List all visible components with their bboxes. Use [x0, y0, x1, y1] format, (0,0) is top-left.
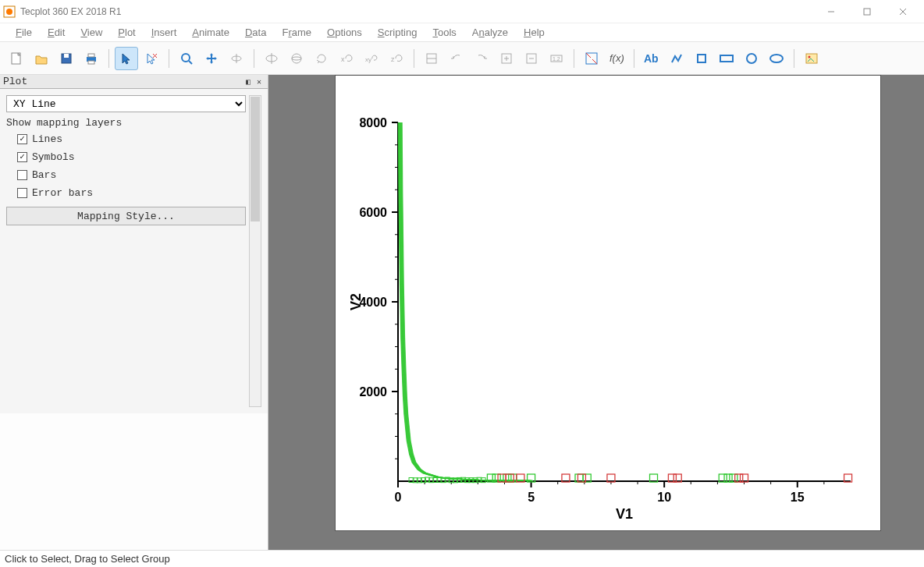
menu-animate[interactable]: Animate — [184, 24, 237, 41]
lines-checkbox[interactable]: Lines — [6, 130, 246, 148]
menu-help[interactable]: Help — [516, 24, 553, 41]
square-tool[interactable] — [690, 47, 713, 70]
new-button[interactable] — [5, 47, 28, 70]
circle-tool[interactable] — [740, 47, 763, 70]
back-view[interactable] — [445, 47, 468, 70]
svg-rect-10 — [88, 54, 94, 57]
svg-point-21 — [292, 57, 301, 60]
zaxis-tool[interactable]: z — [385, 47, 408, 70]
svg-text:10: 10 — [657, 491, 671, 504]
rect-tool[interactable] — [715, 47, 738, 70]
menu-insert[interactable]: Insert — [144, 24, 185, 41]
pan-tool[interactable] — [200, 47, 223, 70]
ellipse-tool[interactable] — [765, 47, 788, 70]
roll-tool[interactable] — [310, 47, 333, 70]
svg-text:0: 0 — [395, 491, 402, 504]
toolbar: x xy z 1.2 f(x) Ab — [0, 42, 924, 75]
svg-text:6000: 6000 — [359, 206, 387, 219]
zoom-tool[interactable] — [175, 47, 198, 70]
select-alt-tool[interactable] — [140, 47, 163, 70]
save-button[interactable] — [55, 47, 78, 70]
image-tool[interactable] — [800, 47, 823, 70]
text-tool[interactable]: Ab — [640, 47, 663, 70]
svg-line-36 — [592, 59, 597, 64]
svg-line-15 — [189, 61, 192, 64]
svg-rect-39 — [698, 55, 705, 62]
svg-text:Ab: Ab — [644, 52, 659, 65]
menu-plot[interactable]: Plot — [110, 24, 143, 41]
svg-point-1 — [6, 9, 12, 15]
svg-rect-43 — [806, 54, 817, 63]
menu-frame[interactable]: Frame — [274, 24, 319, 41]
rotate-tool[interactable] — [260, 47, 283, 70]
status-text: Click to Select, Drag to Select Group — [5, 553, 170, 565]
svg-rect-3 — [864, 9, 870, 15]
fx-tool[interactable]: f(x) — [605, 47, 628, 70]
svg-text:z: z — [391, 55, 395, 63]
mapping-style-button[interactable]: Mapping Style... — [6, 207, 246, 225]
forward-view[interactable] — [470, 47, 493, 70]
layers-label: Show mapping layers — [6, 112, 246, 130]
svg-text:2000: 2000 — [359, 385, 387, 399]
menu-options[interactable]: Options — [319, 24, 370, 41]
menu-view[interactable]: View — [73, 24, 110, 41]
menubar: File Edit View Plot Insert Animate Data … — [0, 23, 924, 42]
menu-analyze[interactable]: Analyze — [464, 24, 516, 41]
xaxis-tool[interactable]: x — [335, 47, 358, 70]
sidebar-scrollbar[interactable] — [249, 95, 261, 407]
svg-point-42 — [770, 55, 783, 62]
svg-text:x: x — [341, 55, 345, 63]
svg-text:f(x): f(x) — [609, 52, 624, 64]
plot-type-select[interactable]: XY Line — [6, 95, 246, 112]
menu-data[interactable]: Data — [237, 24, 274, 41]
select-tool[interactable] — [115, 47, 138, 70]
slice-tool[interactable] — [420, 47, 443, 70]
symbols-checkbox[interactable]: Symbols — [6, 148, 246, 166]
undock-icon[interactable]: ◧ — [243, 76, 254, 87]
svg-text:V1: V1 — [616, 506, 633, 522]
bars-checkbox[interactable]: Bars — [6, 166, 246, 184]
menu-edit[interactable]: Edit — [40, 24, 73, 41]
svg-text:1.2: 1.2 — [553, 56, 560, 62]
open-button[interactable] — [30, 47, 53, 70]
error-checkbox[interactable]: Error bars — [6, 184, 246, 202]
svg-rect-8 — [64, 54, 69, 58]
svg-point-44 — [808, 55, 811, 58]
svg-point-14 — [182, 54, 190, 62]
plot-sidebar: Plot ◧ ✕ XY Line Show mapping layers Lin… — [0, 75, 268, 550]
panel-title: Plot — [3, 76, 27, 87]
anchor-tool[interactable] — [580, 47, 603, 70]
minimize-button[interactable] — [813, 0, 849, 23]
add-op[interactable] — [495, 47, 518, 70]
svg-text:8000: 8000 — [359, 116, 387, 129]
xy-chart: 0510152000400060008000V1V2 — [336, 76, 880, 530]
calc-op[interactable] — [520, 47, 543, 70]
svg-text:xy: xy — [365, 56, 371, 63]
svg-line-35 — [586, 53, 591, 58]
svg-point-20 — [292, 54, 301, 63]
line-tool[interactable] — [665, 47, 688, 70]
3d-last-tool[interactable] — [225, 47, 248, 70]
print-button[interactable] — [80, 47, 103, 70]
svg-rect-40 — [720, 55, 733, 62]
label-op[interactable]: 1.2 — [545, 47, 568, 70]
svg-text:15: 15 — [791, 491, 805, 504]
canvas-area[interactable]: 0510152000400060008000V1V2 — [268, 75, 924, 550]
window-title: Tecplot 360 EX 2018 R1 — [20, 6, 121, 17]
svg-text:5: 5 — [528, 491, 535, 504]
svg-text:V2: V2 — [348, 293, 364, 310]
spin-tool[interactable] — [285, 47, 308, 70]
close-panel-icon[interactable]: ✕ — [254, 76, 265, 87]
svg-point-41 — [747, 54, 756, 63]
close-button[interactable] — [885, 0, 921, 23]
plot-frame[interactable]: 0510152000400060008000V1V2 — [335, 75, 881, 531]
xyaxis-tool[interactable]: xy — [360, 47, 383, 70]
maximize-button[interactable] — [849, 0, 885, 23]
app-icon — [3, 5, 16, 18]
menu-tools[interactable]: Tools — [425, 24, 464, 41]
menu-file[interactable]: File — [8, 24, 40, 41]
menu-scripting[interactable]: Scripting — [370, 24, 425, 41]
svg-rect-11 — [88, 61, 94, 64]
